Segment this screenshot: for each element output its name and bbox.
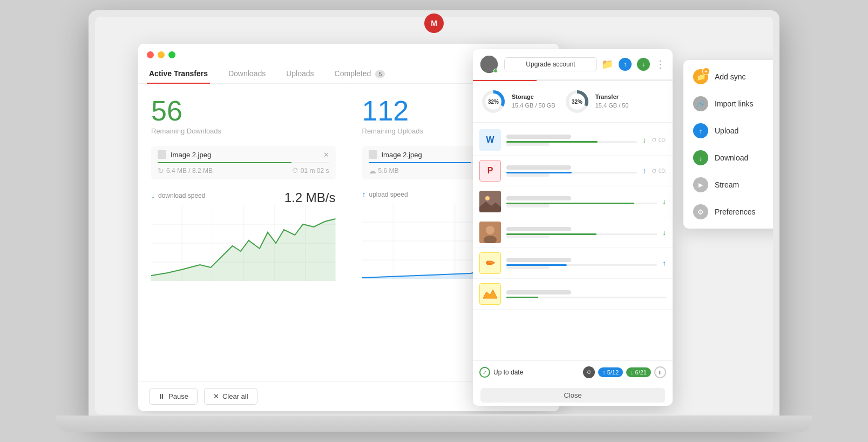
- menu-item-upload[interactable]: ↑ Upload: [683, 117, 773, 144]
- downloads-remaining-label: Remaining Downloads: [151, 127, 336, 135]
- storage-item: 32% Storage 15.4 GB / 50 GB: [480, 89, 555, 115]
- close-mega-button[interactable]: Close: [480, 388, 665, 403]
- storage-section: 32% Storage 15.4 GB / 50 GB: [473, 81, 673, 123]
- upload-action-icon: ↑: [642, 166, 646, 175]
- file-name-placeholder: [506, 165, 571, 170]
- file-sub-placeholder: [506, 266, 550, 269]
- download-action-icon: ↓: [642, 136, 646, 144]
- storage-donut: 32%: [480, 89, 506, 115]
- laptop-body: [56, 416, 812, 432]
- file-details: [506, 290, 666, 298]
- file-time-display: ⏱00:: [652, 137, 666, 143]
- mega-content: 32% Storage 15.4 GB / 50 GB: [473, 81, 673, 406]
- menu-item-download[interactable]: ↓ Download: [683, 144, 773, 171]
- file-list-item: P ↑ ⏱00:: [473, 156, 673, 186]
- download-file-name: Image 2.jpeg: [171, 151, 323, 159]
- file-name-placeholder: [506, 196, 571, 200]
- file-close-button[interactable]: ✕: [323, 151, 329, 159]
- gear-icon: ⚙: [693, 204, 708, 219]
- tab-uploads[interactable]: Uploads: [284, 64, 316, 83]
- upload-file-size: ☁ 5.6 MB: [369, 166, 399, 175]
- pause-icon: ⏸: [158, 392, 165, 400]
- menu-item-import-links[interactable]: 🔗 Import links: [683, 90, 773, 117]
- storage-info: Storage 15.4 GB / 50 GB: [512, 93, 555, 110]
- download-icon-button[interactable]: ↓: [637, 58, 650, 71]
- file-thumb-p: P: [479, 160, 501, 182]
- completed-badge: 5: [375, 70, 385, 78]
- dropdown-menu: 📁 Add sync 🔗 Import links ↑ Upload ↓ Dow…: [683, 60, 773, 229]
- download-speed-label: ↓ download speed: [151, 191, 205, 200]
- download-speed-section: ↓ download speed 1.2 MB/s: [151, 190, 336, 281]
- upload-progress-fill: [369, 162, 472, 163]
- svg-point-23: [485, 196, 490, 200]
- file-sub-placeholder: [506, 204, 550, 207]
- svg-point-25: [486, 226, 494, 235]
- screen-inner: Active Transfers Downloads Uploads Compl…: [95, 17, 773, 414]
- file-sub-placeholder: [506, 235, 550, 238]
- clear-all-button[interactable]: ✕ Clear all: [204, 388, 257, 405]
- stream-menu-icon: ▶: [693, 177, 708, 192]
- file-name-placeholder: [506, 258, 571, 262]
- upload-icon-button[interactable]: ↑: [619, 58, 632, 71]
- file-icon: [158, 150, 166, 159]
- close-button-red[interactable]: [147, 51, 154, 58]
- user-avatar: M: [424, 14, 444, 33]
- transfer-icon: ⏱: [583, 366, 595, 378]
- file-thumb-img2: [479, 222, 501, 243]
- transfer-item: 32% Transfer 15.4 GB / 50: [564, 89, 629, 115]
- download-action-icon: ↓: [662, 197, 666, 206]
- download-progress-bar: [158, 162, 329, 163]
- tab-completed[interactable]: Completed 5: [333, 64, 388, 83]
- file-name-placeholder: [506, 227, 571, 231]
- laptop-screen: Active Transfers Downloads Uploads Compl…: [89, 10, 779, 421]
- file-size: ↻ 6.4 MB / 8.2 MB: [158, 166, 213, 175]
- file-details: [506, 196, 657, 207]
- menu-item-add-sync[interactable]: 📁 Add sync: [683, 63, 773, 90]
- upgrade-account-button[interactable]: Upgrade account: [504, 57, 597, 71]
- clear-icon: ✕: [213, 392, 219, 400]
- file-details: [506, 258, 657, 269]
- online-indicator: [493, 69, 498, 73]
- file-progress-green: [506, 297, 538, 298]
- more-options-icon[interactable]: ⋮: [655, 58, 665, 70]
- downloads-count: 56: [151, 97, 336, 125]
- svg-text:32%: 32%: [572, 99, 582, 105]
- download-badge: ↓ 6/21: [626, 367, 651, 377]
- minimize-button-yellow[interactable]: [158, 51, 165, 58]
- header-icons: 📁 ↑ ↓ ⋮: [601, 58, 665, 71]
- tab-downloads[interactable]: Downloads: [226, 64, 268, 83]
- upload-badge: ↑ 5/12: [598, 367, 623, 377]
- transfer-info: Transfer 15.4 GB / 50: [595, 93, 629, 110]
- pause-button[interactable]: ⏸ Pause: [149, 388, 198, 405]
- download-speed-value: 1.2 MB/s: [284, 190, 336, 205]
- file-list-item: ↓: [473, 217, 673, 248]
- check-circle-icon: ✓: [479, 367, 490, 378]
- file-details: [506, 227, 657, 238]
- file-list-item: [473, 279, 673, 310]
- menu-item-stream[interactable]: ▶ Stream: [683, 171, 773, 198]
- file-sub-placeholder: [506, 173, 550, 177]
- file-name-placeholder: [506, 290, 571, 294]
- folder-icon[interactable]: 📁: [601, 58, 613, 70]
- mega-user-avatar: [480, 56, 498, 73]
- file-list-item: ✏ ↑: [473, 248, 673, 279]
- downloads-panel: 56 Remaining Downloads Image 2.jpeg ✕: [138, 84, 349, 405]
- file-name-placeholder: [506, 135, 571, 139]
- file-thumb-pencil: ✏: [479, 252, 501, 274]
- transfer-donut: 32%: [564, 89, 590, 115]
- link-icon: 🔗: [693, 96, 708, 111]
- upload-menu-icon: ↑: [693, 123, 708, 138]
- menu-item-preferences[interactable]: ⚙ Preferences: [683, 198, 773, 225]
- file-icon-upload: [369, 150, 377, 159]
- upload-action-icon: ↑: [662, 259, 666, 267]
- mega-panel: Upgrade account 📁 ↑ ↓ ⋮: [473, 49, 673, 406]
- tab-active-transfers[interactable]: Active Transfers: [147, 64, 210, 83]
- svg-text:32%: 32%: [488, 99, 499, 105]
- download-menu-icon: ↓: [693, 150, 708, 165]
- pause-badge-button[interactable]: ⏸: [654, 366, 666, 378]
- file-list-item: ↓: [473, 186, 673, 217]
- mega-status-bar: ✓ Up to date ⏱ ↑ 5/12: [473, 360, 673, 384]
- file-time-display: ⏱00:: [652, 168, 666, 174]
- file-sub-placeholder: [506, 143, 550, 146]
- maximize-button-green[interactable]: [168, 51, 175, 58]
